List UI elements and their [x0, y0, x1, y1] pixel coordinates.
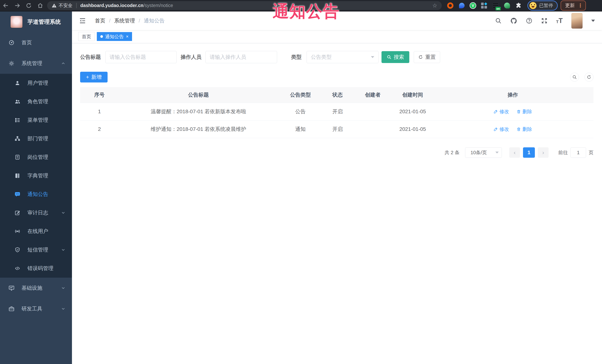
user-icon: [14, 80, 21, 86]
goto-page-input[interactable]: [570, 147, 586, 158]
delete-link[interactable]: 删除: [516, 126, 532, 133]
operator-label: 操作人员: [181, 53, 201, 61]
breadcrumb: 首页 / 系统管理 / 通知公告: [95, 17, 165, 24]
edit-link[interactable]: 修改: [494, 108, 509, 115]
operator-input[interactable]: [205, 51, 277, 63]
tag-notice[interactable]: 通知公告 ×: [97, 32, 132, 41]
extension-leaf-icon[interactable]: [503, 2, 511, 9]
breadcrumb-system[interactable]: 系统管理: [114, 17, 135, 24]
tag-label: 通知公告: [105, 33, 124, 40]
sidebar-item-label: 角色管理: [27, 98, 48, 105]
filter-form: 公告标题 操作人员 类型 公告类型 搜索 重置: [80, 51, 440, 63]
github-icon[interactable]: [510, 17, 517, 24]
refresh-table-button[interactable]: [585, 73, 593, 82]
breadcrumb-current: 通知公告: [144, 17, 165, 24]
sidebar-item-label: 首页: [22, 39, 32, 46]
extension-pin-icon[interactable]: [458, 2, 465, 9]
avatar-caret-down-icon[interactable]: [591, 20, 595, 22]
current-page[interactable]: 1: [523, 147, 535, 158]
reset-button[interactable]: 重置: [414, 51, 440, 63]
user-avatar[interactable]: [571, 13, 583, 29]
sidebar-item-notice[interactable]: 通知公告: [0, 185, 72, 204]
col-header-index: 序号: [80, 91, 119, 98]
prev-page-button[interactable]: ‹: [509, 147, 520, 158]
trash-icon: [516, 109, 521, 114]
reload-icon[interactable]: [23, 2, 34, 9]
search-icon[interactable]: [495, 17, 502, 24]
browser-update-button[interactable]: 更新 ⋮: [561, 0, 586, 10]
extension-list-icon[interactable]: on: [492, 2, 499, 9]
tag-home[interactable]: 首页: [78, 32, 95, 41]
back-icon[interactable]: [0, 2, 11, 9]
cell-type: 公告: [278, 108, 323, 115]
sidebar-item-audit-log[interactable]: 审计日志: [0, 204, 72, 222]
sidebar-item-menus[interactable]: 菜单管理: [0, 111, 72, 129]
pencil-icon: [494, 109, 498, 114]
sidebar-item-label: 系统管理: [22, 60, 42, 67]
org-chart-icon: [14, 136, 21, 142]
edit-link[interactable]: 修改: [494, 126, 509, 133]
extension-grid-icon[interactable]: [480, 2, 488, 9]
gear-icon: [8, 60, 15, 67]
url-host: dashboard.yudao.iocoder.cn: [80, 3, 143, 8]
table-header-row: 序号 公告标题 公告类型 状态 创建者 创建时间 操作: [80, 87, 593, 103]
notice-title-input[interactable]: [105, 51, 177, 63]
paused-label: 已暂停: [539, 2, 553, 9]
select-caret-icon: [495, 152, 499, 154]
sidebar-item-home[interactable]: 首页: [0, 32, 72, 53]
font-size-icon[interactable]: TT: [556, 18, 563, 23]
trash-icon: [516, 127, 521, 131]
sidebar-item-error-codes[interactable]: 错误码管理: [0, 259, 72, 278]
sidebar-item-roles[interactable]: 角色管理: [0, 92, 72, 111]
search-button[interactable]: 搜索: [381, 51, 409, 63]
security-warning[interactable]: 不安全: [52, 2, 73, 9]
cell-title: 温馨提醒：2018-07-01 若依新版本发布啦: [119, 108, 278, 115]
breadcrumb-separator: /: [109, 18, 110, 24]
fullscreen-icon[interactable]: [541, 17, 548, 24]
badge-icon: [14, 154, 21, 160]
col-header-created: 创建时间: [393, 91, 432, 98]
chevron-down-icon: [61, 247, 66, 252]
sidebar-item-online-users[interactable]: 在线用户: [0, 222, 72, 240]
sidebar-item-sms[interactable]: 短信管理: [0, 240, 72, 259]
page-unit-label: 页: [589, 149, 593, 156]
chevron-down-icon: [61, 210, 66, 215]
extension-donut-icon[interactable]: [447, 2, 454, 9]
tags-view-bar: 首页 通知公告 ×: [72, 30, 602, 43]
reset-button-label: 重置: [425, 53, 436, 61]
cell-index: 1: [80, 109, 119, 114]
bookmark-star-icon[interactable]: ☆: [432, 2, 437, 9]
close-icon[interactable]: ×: [126, 34, 129, 39]
extension-green-icon[interactable]: V: [470, 2, 476, 9]
help-icon[interactable]: [526, 17, 532, 24]
add-button-label: 新增: [91, 73, 102, 81]
url-bar[interactable]: 不安全 dashboard.yudao.iocoder.cn /system/n…: [47, 1, 442, 10]
sidebar-item-infra[interactable]: 基础设施: [0, 278, 72, 298]
sidebar-item-departments[interactable]: 部门管理: [0, 129, 72, 148]
app-title: 芋道管理系统: [27, 18, 61, 26]
main-content: 公告标题 操作人员 类型 公告类型 搜索 重置 + 新增: [72, 43, 602, 364]
type-label: 类型: [291, 53, 301, 61]
add-button[interactable]: + 新增: [80, 72, 108, 83]
home-icon[interactable]: [34, 2, 46, 9]
breadcrumb-home[interactable]: 首页: [95, 17, 105, 24]
toggle-search-button[interactable]: [570, 73, 579, 82]
page-size-select[interactable]: 10条/页: [465, 147, 502, 158]
chevron-down-icon: [61, 306, 66, 311]
sidebar-item-system[interactable]: 系统管理: [0, 53, 72, 74]
sidebar-item-dev-tools[interactable]: 研发工具: [0, 298, 72, 319]
sidebar-item-users[interactable]: 用户管理: [0, 74, 72, 92]
sidebar-item-label: 字典管理: [27, 172, 48, 179]
notice-type-select[interactable]: 公告类型: [307, 51, 378, 63]
browser-profile-badge[interactable]: 已暂停: [527, 0, 558, 10]
url-divider: [76, 3, 77, 8]
sidebar-collapse-icon[interactable]: [79, 17, 86, 25]
delete-link[interactable]: 删除: [516, 108, 532, 115]
browser-menu-icon[interactable]: ⋮: [578, 2, 583, 9]
sidebar-item-dict[interactable]: 字典管理: [0, 166, 72, 185]
next-page-button[interactable]: ›: [538, 147, 548, 158]
sidebar-item-posts[interactable]: 岗位管理: [0, 148, 72, 166]
page-watermark-title: 通知公告: [273, 0, 339, 22]
forward-icon[interactable]: [11, 2, 23, 9]
puzzle-extensions-icon[interactable]: [515, 2, 522, 9]
